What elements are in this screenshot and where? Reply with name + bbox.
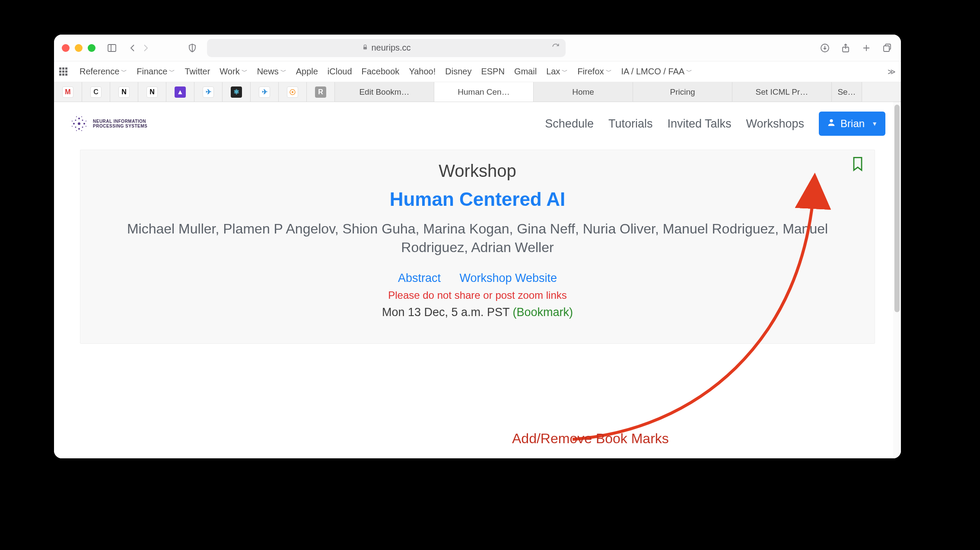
pinned-tab-purple[interactable]: ▲	[166, 82, 194, 102]
event-datetime: Mon 13 Dec, 5 a.m. PST	[382, 306, 509, 319]
favorites-overflow-icon[interactable]: ≫	[888, 67, 896, 77]
nav-workshops[interactable]: Workshops	[746, 117, 805, 131]
chevron-down-icon: ﹀	[121, 68, 127, 76]
share-icon[interactable]	[840, 42, 852, 54]
logo-text: NEURAL INFORMATION PROCESSING SYSTEMS	[93, 119, 147, 128]
nav-arrows	[127, 42, 152, 54]
pinned-tab-react[interactable]: ⚛	[223, 82, 251, 102]
privacy-shield-icon[interactable]	[186, 42, 198, 54]
favorite-item-10[interactable]: ESPN	[481, 67, 504, 77]
site-logo[interactable]: NEURAL INFORMATION PROCESSING SYSTEMS	[70, 114, 147, 133]
svg-point-24	[86, 121, 86, 122]
svg-point-14	[73, 123, 75, 125]
pinned-tab-notion2[interactable]: N	[138, 82, 166, 102]
favorite-item-4[interactable]: News﹀	[257, 67, 286, 77]
site-nav: NEURAL INFORMATION PROCESSING SYSTEMS Sc…	[54, 102, 901, 145]
forward-button[interactable]	[140, 42, 152, 54]
bookmark-icon[interactable]	[851, 156, 864, 173]
sidebar-toggle-icon[interactable]	[106, 42, 118, 54]
user-menu-button[interactable]: Brian ▼	[819, 112, 885, 136]
pinned-tab-r[interactable]: R	[307, 82, 335, 102]
favorite-item-0[interactable]: Reference﹀	[80, 67, 127, 77]
svg-point-25	[86, 126, 86, 127]
favorite-item-6[interactable]: iCloud	[328, 67, 352, 77]
refresh-icon[interactable]	[552, 43, 560, 53]
toolbar-right	[819, 42, 893, 54]
pinned-tab-notion1[interactable]: N	[110, 82, 138, 102]
page-content: NEURAL INFORMATION PROCESSING SYSTEMS Sc…	[54, 102, 901, 458]
window-minimize-button[interactable]	[75, 44, 83, 52]
pinned-tab-send1[interactable]: ✈	[194, 82, 223, 102]
back-button[interactable]	[127, 42, 139, 54]
url-host: neurips.cc	[371, 43, 410, 53]
favorite-item-14[interactable]: IA / LMCO / FAA﹀	[621, 67, 693, 77]
svg-point-29	[81, 130, 82, 131]
page-scrollbar[interactable]	[893, 102, 901, 458]
bookmark-link[interactable]: (Bookmark)	[513, 306, 573, 319]
traffic-light-buttons	[62, 44, 95, 52]
favorite-item-3[interactable]: Work﹀	[220, 67, 247, 77]
event-title: Human Centered AI	[91, 189, 864, 210]
lock-icon	[362, 43, 369, 53]
tabs-overview-icon[interactable]	[881, 42, 893, 54]
new-tab-icon[interactable]	[860, 42, 872, 54]
event-authors: Michael Muller, Plamen P Angelov, Shion …	[91, 220, 864, 257]
svg-point-17	[78, 128, 80, 130]
svg-point-13	[78, 122, 80, 125]
tab-2[interactable]: Home	[534, 82, 633, 102]
nav-schedule[interactable]: Schedule	[545, 117, 594, 131]
svg-point-27	[81, 116, 82, 117]
favorite-item-9[interactable]: Disney	[445, 67, 471, 77]
svg-point-16	[78, 118, 80, 119]
user-icon	[827, 118, 836, 130]
apps-grid-icon[interactable]	[59, 67, 67, 76]
tab-4[interactable]: Set ICML Pr…	[732, 82, 832, 102]
svg-point-15	[83, 123, 85, 125]
annotation-label: Add/Remove Book Marks	[512, 431, 669, 447]
favorite-item-1[interactable]: Finance﹀	[137, 67, 175, 77]
logo-mark-icon	[70, 114, 89, 133]
tab-row: M C N N ▲ ✈ ⚛ ✈ R Edit Bookm…Human Cen…H…	[54, 82, 901, 102]
scroll-thumb[interactable]	[894, 105, 900, 312]
tab-1[interactable]: Human Cen…	[434, 82, 534, 102]
svg-rect-0	[108, 45, 116, 51]
event-kind: Workshop	[91, 161, 864, 181]
address-bar[interactable]: neurips.cc	[207, 39, 566, 57]
window-maximize-button[interactable]	[88, 44, 95, 52]
downloads-icon[interactable]	[819, 42, 831, 54]
nav-tutorials[interactable]: Tutorials	[608, 117, 653, 131]
chevron-down-icon: ﹀	[280, 68, 286, 76]
svg-point-21	[82, 127, 83, 128]
favorite-item-2[interactable]: Twitter	[185, 67, 210, 77]
chevron-down-icon: ﹀	[242, 68, 248, 76]
event-links: Abstract Workshop Website	[91, 272, 864, 285]
tab-3[interactable]: Pricing	[633, 82, 732, 102]
zoom-warning: Please do not share or post zoom links	[91, 289, 864, 301]
tab-0[interactable]: Edit Bookm…	[335, 82, 434, 102]
pinned-tab-send2[interactable]: ✈	[251, 82, 279, 102]
svg-point-18	[75, 120, 76, 121]
event-card: Workshop Human Centered AI Michael Mulle…	[80, 150, 875, 344]
pinned-tab-circle[interactable]	[279, 82, 307, 102]
window-close-button[interactable]	[62, 44, 70, 52]
workshop-website-link[interactable]: Workshop Website	[459, 272, 557, 285]
abstract-link[interactable]: Abstract	[398, 272, 441, 285]
favorite-item-12[interactable]: Lax﹀	[546, 67, 568, 77]
favorite-item-5[interactable]: Apple	[296, 67, 318, 77]
favorite-item-8[interactable]: Yahoo!	[409, 67, 436, 77]
svg-point-28	[76, 130, 77, 131]
titlebar: neurips.cc	[54, 35, 901, 61]
favorite-item-7[interactable]: Facebook	[362, 67, 400, 77]
event-datetime-row: Mon 13 Dec, 5 a.m. PST (Bookmark)	[91, 306, 864, 319]
chevron-down-icon: ▼	[872, 120, 878, 127]
svg-rect-10	[884, 46, 889, 51]
pinned-tab-c[interactable]: C	[82, 82, 110, 102]
tab-5[interactable]: Se…	[832, 82, 862, 102]
favorite-item-13[interactable]: Firefox﹀	[577, 67, 611, 77]
svg-rect-3	[363, 47, 367, 49]
svg-point-20	[75, 127, 76, 128]
pinned-tab-gmail[interactable]: M	[54, 82, 82, 102]
nav-invited-talks[interactable]: Invited Talks	[667, 117, 731, 131]
favorite-item-11[interactable]: Gmail	[514, 67, 537, 77]
svg-point-26	[76, 116, 77, 117]
